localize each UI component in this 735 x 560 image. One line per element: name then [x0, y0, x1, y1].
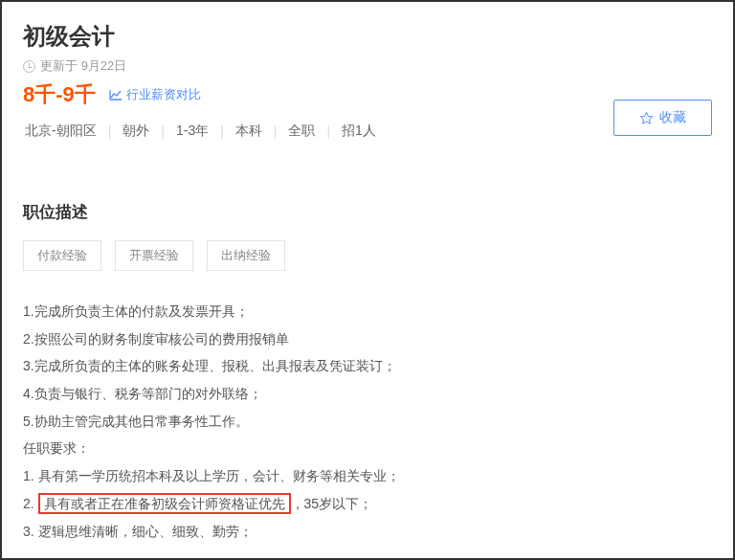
update-row: 更新于 9月22日	[23, 57, 712, 75]
meta-location: 北京-朝阳区	[23, 123, 99, 140]
section-desc-title: 职位描述	[23, 201, 712, 223]
tag-item: 出纳经验	[207, 240, 285, 271]
meta-jobtype: 全职	[286, 123, 317, 140]
salary-amount: 8千-9千	[23, 80, 96, 109]
meta-experience: 1-3年	[174, 123, 211, 140]
meta-area: 朝外	[121, 123, 151, 140]
desc-item: 5.协助主管完成其他日常事务性工作。	[23, 408, 712, 436]
favorite-label: 收藏	[659, 109, 686, 126]
highlight-box: 具有或者正在准备初级会计师资格证优先	[38, 493, 291, 514]
job-title: 初级会计	[23, 21, 712, 52]
tags-row: 付款经验 开票经验 出纳经验	[23, 240, 712, 271]
req-title: 任职要求：	[23, 435, 712, 462]
clock-icon	[23, 60, 35, 73]
star-icon	[639, 111, 654, 125]
description-list: 1.完成所负责主体的付款及发票开具； 2.按照公司的财务制度审核公司的费用报销单…	[23, 298, 712, 545]
tag-item: 开票经验	[115, 240, 193, 271]
req-item: 3. 逻辑思维清晰，细心、细致、勤劳；	[23, 518, 712, 546]
req-item: 2. 具有或者正在准备初级会计师资格证优先，35岁以下；	[23, 490, 712, 518]
chart-icon	[109, 89, 122, 101]
tag-item: 付款经验	[23, 240, 101, 271]
meta-education: 本科	[234, 123, 264, 140]
compare-label: 行业薪资对比	[126, 86, 201, 103]
salary-compare-link[interactable]: 行业薪资对比	[109, 86, 201, 103]
desc-item: 4.负责与银行、税务等部门的对外联络；	[23, 380, 712, 408]
desc-item: 1.完成所负责主体的付款及发票开具；	[23, 298, 712, 325]
favorite-button[interactable]: 收藏	[613, 100, 712, 136]
meta-row: 北京-朝阳区 | 朝外 | 1-3年 | 本科 | 全职 | 招1人	[23, 123, 712, 140]
salary-row: 8千-9千 行业薪资对比	[23, 80, 712, 109]
update-prefix: 更新于	[40, 57, 78, 75]
desc-item: 3.完成所负责的主体的账务处理、报税、出具报表及凭证装订；	[23, 352, 712, 380]
update-date: 9月22日	[81, 57, 127, 75]
req-item: 1. 具有第一学历统招本科及以上学历，会计、财务等相关专业；	[23, 462, 712, 490]
desc-item: 2.按照公司的财务制度审核公司的费用报销单	[23, 325, 712, 353]
meta-headcount: 招1人	[340, 123, 378, 140]
